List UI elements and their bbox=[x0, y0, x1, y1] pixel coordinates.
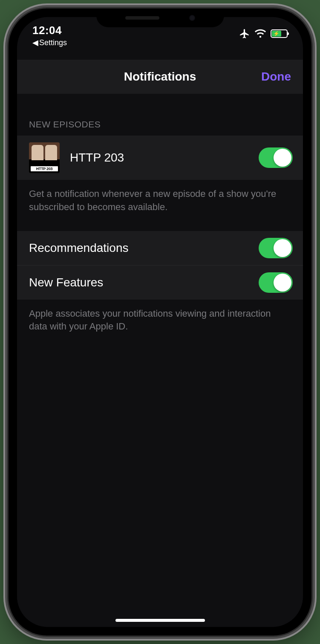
done-button[interactable]: Done bbox=[261, 70, 291, 84]
breadcrumb-back[interactable]: ◀ Settings bbox=[32, 38, 67, 47]
screen: 12:04 ◀ Settings ⚡ Notifications bbox=[17, 17, 303, 627]
section-header-new-episodes: NEW EPISODES bbox=[17, 94, 303, 136]
row-label-new-features: New Features bbox=[29, 276, 259, 289]
list-group-new-episodes: HTTP 203 HTTP 203 bbox=[17, 136, 303, 180]
nav-header: Notifications Done bbox=[17, 60, 303, 94]
section-footer-general: Apple associates your notifications view… bbox=[17, 300, 303, 351]
home-indicator[interactable] bbox=[115, 619, 205, 622]
wifi-icon bbox=[254, 29, 266, 38]
chevron-left-icon: ◀ bbox=[32, 38, 38, 47]
front-camera bbox=[189, 15, 195, 21]
charging-bolt-icon: ⚡ bbox=[273, 31, 280, 36]
battery-icon: ⚡ bbox=[271, 29, 288, 38]
breadcrumb-back-label: Settings bbox=[39, 38, 67, 47]
row-recommendations[interactable]: Recommendations bbox=[17, 231, 303, 266]
row-new-features[interactable]: New Features bbox=[17, 266, 303, 300]
status-time: 12:04 bbox=[32, 24, 62, 37]
podcast-thumbnail-caption: HTTP 203 bbox=[31, 166, 58, 171]
page-title: Notifications bbox=[124, 70, 196, 84]
phone-frame: 12:04 ◀ Settings ⚡ Notifications bbox=[9, 9, 311, 635]
speaker-slot bbox=[125, 16, 159, 20]
airplane-mode-icon bbox=[239, 28, 250, 39]
device-notch bbox=[96, 9, 224, 27]
toggle-http203[interactable] bbox=[259, 147, 293, 168]
section-footer-new-episodes: Get a notification whenever a new episod… bbox=[17, 180, 303, 231]
list-group-general: Recommendations New Features bbox=[17, 231, 303, 300]
podcast-row-label: HTTP 203 bbox=[70, 151, 259, 165]
content-scroll[interactable]: NEW EPISODES HTTP 203 HTTP 203 Get a not… bbox=[17, 94, 303, 627]
toggle-new-features[interactable] bbox=[259, 272, 293, 293]
podcast-row-http203[interactable]: HTTP 203 HTTP 203 bbox=[17, 136, 303, 180]
row-label-recommendations: Recommendations bbox=[29, 241, 259, 255]
toggle-recommendations[interactable] bbox=[259, 238, 293, 258]
podcast-thumbnail: HTTP 203 bbox=[29, 142, 60, 173]
